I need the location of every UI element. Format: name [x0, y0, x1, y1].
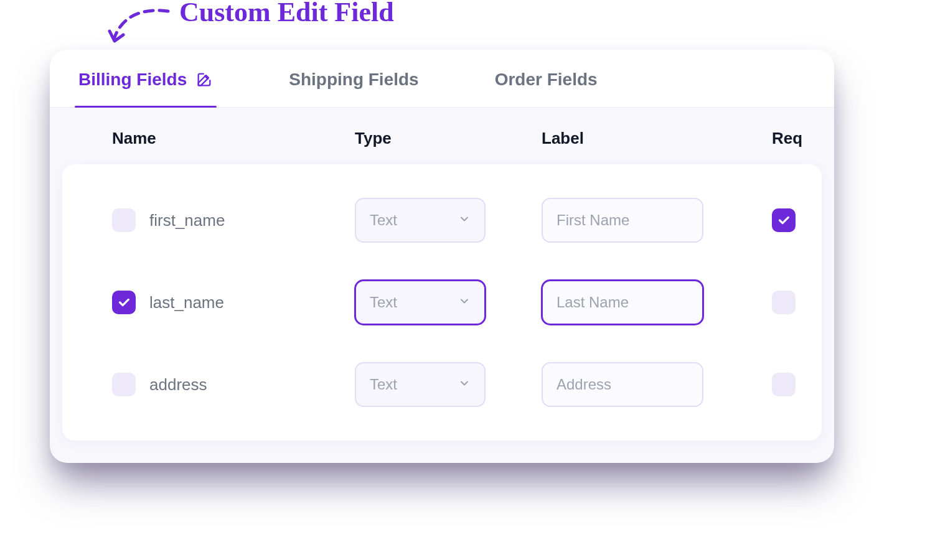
type-cell: Text — [355, 280, 542, 325]
chevron-down-icon — [458, 212, 471, 229]
required-checkbox[interactable] — [772, 291, 796, 314]
type-select[interactable]: Text — [355, 280, 486, 325]
column-header-type: Type — [355, 129, 542, 148]
tab-order-fields[interactable]: Order Fields — [491, 50, 601, 107]
required-checkbox[interactable] — [772, 373, 796, 396]
chevron-down-icon — [458, 376, 471, 393]
annotation-text: Custom Edit Field — [179, 0, 394, 26]
req-cell — [772, 291, 799, 314]
table-body: first_name Text — [62, 164, 822, 441]
type-select-value: Text — [370, 212, 397, 229]
table-row: address Text — [112, 343, 797, 426]
name-cell: first_name — [112, 208, 355, 232]
annotation-arrow-icon — [106, 6, 174, 52]
table-body-wrap: first_name Text — [50, 164, 834, 463]
column-header-name: Name — [112, 129, 355, 148]
req-cell — [772, 373, 799, 396]
type-select[interactable]: Text — [355, 362, 486, 407]
field-name: last_name — [149, 293, 224, 312]
required-checkbox[interactable] — [772, 208, 796, 232]
name-cell: last_name — [112, 291, 355, 314]
tab-shipping-fields[interactable]: Shipping Fields — [285, 50, 422, 107]
tabs-bar: Billing Fields Shipping Fields Order Fie… — [50, 50, 834, 108]
column-header-req: Req — [772, 129, 806, 148]
label-cell — [542, 362, 772, 407]
type-select[interactable]: Text — [355, 198, 486, 243]
tab-billing-fields[interactable]: Billing Fields — [75, 50, 217, 107]
type-select-value: Text — [370, 294, 397, 311]
req-cell — [772, 208, 799, 232]
label-cell — [542, 280, 772, 325]
tab-label: Billing Fields — [78, 70, 187, 90]
field-name: address — [149, 375, 207, 394]
column-header-label: Label — [542, 129, 772, 148]
label-input[interactable] — [542, 362, 703, 407]
table-row: first_name Text — [112, 179, 797, 261]
label-input[interactable] — [542, 198, 703, 243]
name-cell: address — [112, 373, 355, 396]
fields-editor-card: Billing Fields Shipping Fields Order Fie… — [50, 50, 834, 463]
tab-label: Order Fields — [495, 70, 598, 90]
tab-label: Shipping Fields — [289, 70, 418, 90]
table-row: last_name Text — [112, 261, 797, 343]
row-select-checkbox[interactable] — [112, 208, 136, 232]
chevron-down-icon — [458, 294, 471, 311]
table-header-row: Name Type Label Req — [50, 108, 834, 164]
annotation-callout: Custom Edit Field — [106, 0, 394, 52]
edit-icon — [195, 71, 213, 88]
row-select-checkbox[interactable] — [112, 291, 136, 314]
field-name: first_name — [149, 211, 225, 230]
type-select-value: Text — [370, 376, 397, 393]
label-cell — [542, 198, 772, 243]
row-select-checkbox[interactable] — [112, 373, 136, 396]
type-cell: Text — [355, 362, 542, 407]
type-cell: Text — [355, 198, 542, 243]
label-input[interactable] — [542, 280, 703, 325]
